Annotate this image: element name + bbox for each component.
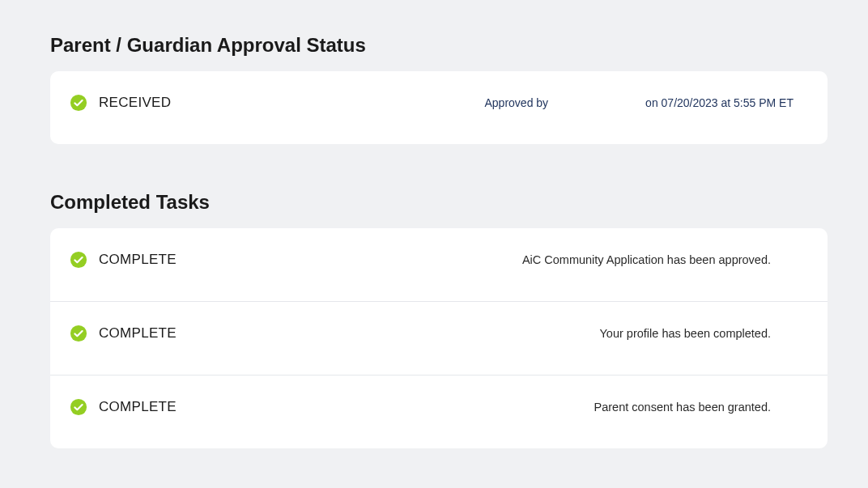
- task-description: AiC Community Application has been appro…: [522, 253, 808, 266]
- approval-details: Approved by on 07/20/2023 at 5:55 PM ET: [484, 96, 808, 109]
- approval-timestamp: on 07/20/2023 at 5:55 PM ET: [645, 96, 794, 109]
- tasks-card: COMPLETE AiC Community Application has b…: [50, 228, 828, 448]
- approval-row: RECEIVED Approved by on 07/20/2023 at 5:…: [50, 71, 828, 144]
- check-circle-icon: [70, 398, 87, 416]
- task-description: Your profile has been completed.: [600, 327, 808, 340]
- task-left: COMPLETE: [70, 251, 177, 269]
- task-left: COMPLETE: [70, 325, 177, 342]
- approval-card: RECEIVED Approved by on 07/20/2023 at 5:…: [50, 71, 828, 144]
- check-circle-icon: [70, 251, 87, 269]
- svg-point-2: [70, 325, 87, 342]
- task-row: COMPLETE Parent consent has been granted…: [50, 376, 828, 448]
- svg-point-0: [70, 95, 87, 111]
- task-status-label: COMPLETE: [99, 252, 177, 268]
- approved-by-label: Approved by: [484, 96, 548, 109]
- check-circle-icon: [70, 94, 87, 112]
- approval-status-label: RECEIVED: [99, 95, 171, 111]
- svg-point-3: [70, 399, 87, 415]
- task-left: COMPLETE: [70, 398, 177, 416]
- check-circle-icon: [70, 325, 87, 342]
- tasks-section-title: Completed Tasks: [50, 191, 828, 214]
- task-description: Parent consent has been granted.: [594, 401, 808, 414]
- task-status-label: COMPLETE: [99, 399, 177, 415]
- task-row: COMPLETE AiC Community Application has b…: [50, 228, 828, 302]
- task-row: COMPLETE Your profile has been completed…: [50, 302, 828, 376]
- svg-point-1: [70, 252, 87, 268]
- approval-status-left: RECEIVED: [70, 94, 171, 112]
- task-status-label: COMPLETE: [99, 325, 177, 342]
- approval-section-title: Parent / Guardian Approval Status: [50, 34, 828, 57]
